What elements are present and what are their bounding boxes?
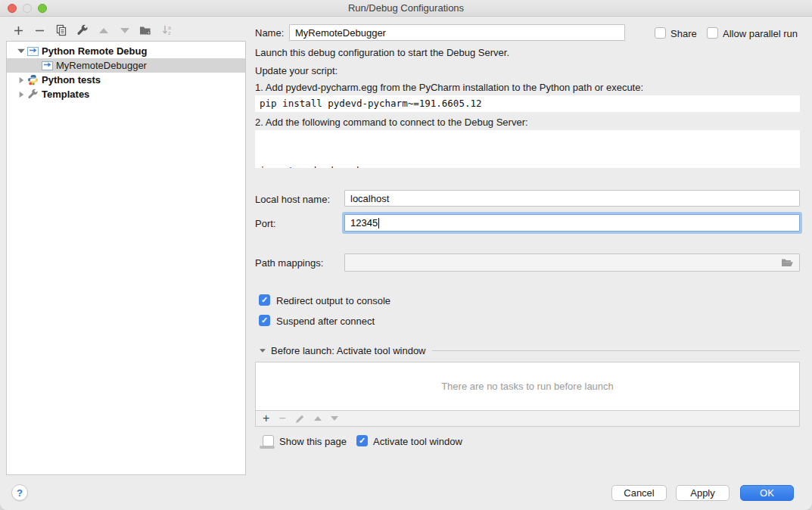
show-this-page-checkbox[interactable] bbox=[263, 435, 274, 446]
tree-item-label: Python tests bbox=[42, 74, 101, 86]
browse-folder-icon[interactable] bbox=[781, 258, 794, 268]
remove-task-icon[interactable]: − bbox=[278, 412, 285, 424]
sort-alphabetically-icon[interactable]: a z bbox=[160, 24, 173, 37]
edit-task-icon[interactable] bbox=[295, 414, 305, 424]
activate-tool-window-checkbox[interactable] bbox=[356, 435, 368, 446]
path-mappings-label: Path mappings: bbox=[255, 257, 323, 269]
run-debug-configurations-dialog: Run/Debug Configurations bbox=[0, 0, 812, 510]
tree-item-label: Python Remote Debug bbox=[42, 45, 147, 57]
settrace-code-block: import pydevd_pycharm pydevd_pycharm.set… bbox=[255, 130, 800, 168]
redirect-output-label: Redirect output to console bbox=[276, 295, 390, 306]
add-icon[interactable] bbox=[12, 24, 25, 37]
wrench-icon bbox=[26, 89, 39, 100]
code-line-1: import pydevd_pycharm bbox=[260, 163, 795, 168]
activate-tool-window-label: Activate tool window bbox=[373, 436, 462, 447]
remote-debug-icon bbox=[41, 61, 53, 70]
allow-parallel-run-checkbox[interactable] bbox=[707, 27, 718, 39]
window-title: Run/Debug Configurations bbox=[0, 2, 812, 14]
port-input[interactable] bbox=[345, 215, 799, 231]
instruction-line-2: Update your script: bbox=[255, 65, 338, 76]
svg-text:a: a bbox=[168, 25, 171, 30]
remove-icon[interactable] bbox=[33, 24, 46, 37]
move-task-up-icon[interactable] bbox=[314, 416, 322, 421]
move-down-icon[interactable] bbox=[118, 24, 131, 37]
suspend-after-connect-checkbox[interactable] bbox=[259, 315, 270, 326]
titlebar[interactable]: Run/Debug Configurations bbox=[0, 0, 812, 17]
instruction-line-1: Launch this debug configuration to start… bbox=[255, 47, 509, 58]
configurations-toolbar: a z bbox=[12, 23, 173, 38]
before-launch-header[interactable]: Before launch: Activate tool window bbox=[258, 345, 800, 356]
port-input-focused bbox=[344, 214, 800, 232]
port-label: Port: bbox=[255, 218, 275, 229]
before-launch-task-list[interactable]: There are no tasks to run before launch bbox=[255, 362, 800, 411]
copy-icon[interactable] bbox=[54, 24, 67, 37]
remote-debug-icon bbox=[26, 46, 39, 56]
python-tests-icon bbox=[26, 74, 39, 86]
tree-item-templates[interactable]: Templates bbox=[7, 87, 245, 101]
help-question-icon: ? bbox=[17, 487, 23, 499]
before-launch-title: Before launch: Activate tool window bbox=[271, 345, 426, 356]
help-button[interactable]: ? bbox=[11, 484, 28, 501]
instruction-step-1: 1. Add pydevd-pycharm.egg from the PyCha… bbox=[255, 82, 643, 93]
chevron-collapsed-icon[interactable] bbox=[16, 76, 26, 84]
empty-task-list-text: There are no tasks to run before launch bbox=[441, 381, 614, 392]
allow-parallel-run-label: Allow parallel run bbox=[723, 28, 798, 39]
task-list-toolbar: + − bbox=[255, 411, 800, 427]
move-task-down-icon[interactable] bbox=[331, 416, 338, 421]
name-label: Name: bbox=[255, 27, 284, 39]
instruction-step-2: 2. Add the following command to connect … bbox=[255, 117, 528, 128]
move-up-icon[interactable] bbox=[97, 24, 110, 37]
section-divider bbox=[432, 350, 800, 351]
path-mappings-input[interactable] bbox=[344, 253, 800, 272]
tree-item-label: MyRemoteDebugger bbox=[56, 60, 147, 71]
text-caret bbox=[378, 218, 379, 229]
show-this-page-label: Show this page bbox=[279, 436, 347, 447]
local-host-name-input[interactable] bbox=[344, 190, 800, 207]
apply-button[interactable]: Apply bbox=[676, 485, 730, 501]
tree-item-python-remote-debug[interactable]: Python Remote Debug bbox=[7, 44, 245, 58]
pip-install-command: pip install pydevd-pycharm~=191.6605.12 bbox=[255, 95, 800, 112]
share-checkbox[interactable] bbox=[655, 27, 666, 39]
tree-item-label: Templates bbox=[42, 89, 89, 100]
section-collapse-icon[interactable] bbox=[260, 349, 266, 353]
edit-defaults-icon[interactable] bbox=[76, 24, 89, 37]
svg-text:z: z bbox=[168, 30, 171, 36]
tree-item-python-tests[interactable]: Python tests bbox=[7, 73, 245, 87]
local-host-name-label: Local host name: bbox=[255, 194, 330, 205]
new-folder-icon[interactable] bbox=[139, 24, 152, 37]
scrollbar-thumb[interactable] bbox=[260, 446, 275, 449]
tree-item-myremotedebugger[interactable]: MyRemoteDebugger bbox=[7, 58, 245, 73]
name-input[interactable] bbox=[289, 24, 625, 41]
share-label: Share bbox=[670, 28, 697, 39]
configurations-tree: Python Remote Debug MyRemoteDebugger bbox=[6, 41, 246, 475]
ok-button[interactable]: OK bbox=[740, 485, 794, 501]
cancel-button[interactable]: Cancel bbox=[611, 485, 667, 501]
chevron-expanded-icon[interactable] bbox=[16, 48, 26, 54]
add-task-icon[interactable]: + bbox=[263, 412, 269, 424]
chevron-collapsed-icon[interactable] bbox=[16, 91, 26, 98]
redirect-output-checkbox[interactable] bbox=[259, 294, 270, 306]
suspend-after-connect-label: Suspend after connect bbox=[276, 316, 375, 327]
